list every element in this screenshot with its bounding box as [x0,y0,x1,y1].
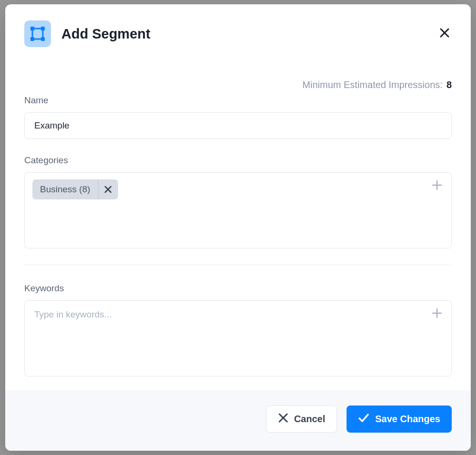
section-divider [24,265,452,265]
categories-label: Categories [24,155,452,166]
keywords-label: Keywords [24,283,452,294]
category-tag: Business (8) [32,179,118,199]
add-segment-modal: Add Segment Minimum Estimated Impression… [5,4,471,451]
impressions-label: Minimum Estimated Impressions: [302,79,443,90]
cancel-label: Cancel [294,414,326,425]
impressions-row: Minimum Estimated Impressions: 8 [24,79,452,90]
segment-icon [24,20,51,47]
close-icon[interactable] [437,26,452,42]
cancel-icon [278,413,288,425]
modal-footer: Cancel Save Changes [5,390,471,451]
name-label: Name [24,95,452,106]
cancel-button[interactable]: Cancel [266,406,337,433]
impressions-value: 8 [446,79,452,90]
modal-title: Add Segment [61,26,150,42]
modal-body: Minimum Estimated Impressions: 8 Name Ca… [5,52,471,390]
name-field-group: Name [24,95,452,139]
category-tag-label: Business (8) [32,184,98,195]
modal-header: Add Segment [5,4,471,52]
save-button[interactable]: Save Changes [347,406,452,433]
add-category-icon[interactable] [431,179,443,193]
save-label: Save Changes [375,414,440,425]
keywords-box[interactable] [24,300,452,376]
keywords-input[interactable] [32,307,382,322]
add-keyword-icon[interactable] [431,307,443,321]
name-input[interactable] [24,112,452,139]
keywords-field-group: Keywords [24,283,452,376]
tag-remove-icon[interactable] [98,179,118,199]
check-icon [358,413,369,425]
header-left: Add Segment [24,20,150,47]
categories-field-group: Categories Business (8) [24,155,452,248]
categories-box[interactable]: Business (8) [24,172,452,248]
